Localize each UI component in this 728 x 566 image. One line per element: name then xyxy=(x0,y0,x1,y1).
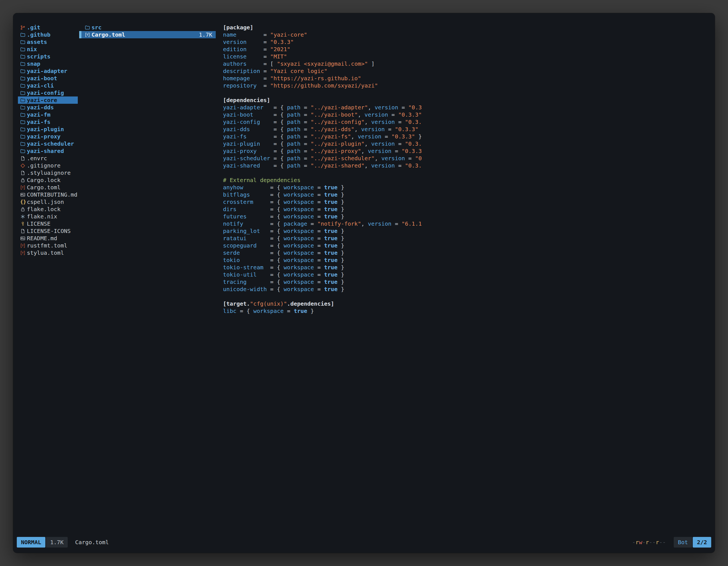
file-row-yazi-cli[interactable]: yazi-cli xyxy=(18,82,78,89)
file-row-yazi-config[interactable]: yazi-config xyxy=(18,89,78,97)
file-row-yazi-shared[interactable]: yazi-shared xyxy=(18,147,78,155)
file-name: CONTRIBUTING.md xyxy=(27,191,78,198)
toml-icon xyxy=(85,32,91,37)
file-name: flake.lock xyxy=(27,206,60,213)
file-name: yazi-proxy xyxy=(27,133,60,140)
folder-icon xyxy=(20,32,27,37)
file-name: yazi-cli xyxy=(27,82,54,89)
preview-line: yazi-shared = { path = "../yazi-shared",… xyxy=(223,162,710,169)
file-row-flake-lock[interactable]: flake.lock xyxy=(18,206,78,213)
file-row-license-icons[interactable]: LICENSE-ICONS xyxy=(18,227,78,235)
folder-icon xyxy=(20,47,27,52)
file-row-flake-nix[interactable]: flake.nix xyxy=(18,213,78,220)
status-left-cluster: NORMAL 1.7K Cargo.toml xyxy=(17,537,109,548)
file-name: yazi-shared xyxy=(27,147,64,155)
preview-line: yazi-config = { path = "../yazi-config",… xyxy=(223,118,710,126)
file-row-yazi-core[interactable]: yazi-core xyxy=(18,97,78,104)
preview-line: bitflags = { workspace = true } xyxy=(223,191,710,198)
toml-icon xyxy=(20,250,27,256)
file-size-badge: 1.7K xyxy=(46,537,68,548)
file-row-src[interactable]: src xyxy=(79,24,216,31)
folder-icon xyxy=(20,119,27,125)
file-name: .github xyxy=(27,31,50,38)
toml-icon xyxy=(20,185,27,190)
file-row--gitignore[interactable]: .gitignore xyxy=(18,162,78,169)
file-row--github[interactable]: .github xyxy=(18,31,78,38)
preview-line: yazi-plugin = { path = "../yazi-plugin",… xyxy=(223,140,710,147)
file-name: cspell.json xyxy=(27,198,64,206)
file-row-yazi-adapter[interactable]: yazi-adapter xyxy=(18,67,78,75)
current-pane[interactable]: srcCargo.toml1.7K xyxy=(79,24,216,38)
file-row-nix[interactable]: nix xyxy=(18,46,78,53)
preview-line: tokio = { workspace = true } xyxy=(223,257,710,264)
parent-pane[interactable]: .git.githubassetsnixscriptssnapyazi-adap… xyxy=(18,24,78,257)
preview-line: crossterm = { workspace = true } xyxy=(223,198,710,206)
file-row-yazi-plugin[interactable]: yazi-plugin xyxy=(18,126,78,133)
file-row-yazi-dds[interactable]: yazi-dds xyxy=(18,104,78,111)
folder-icon xyxy=(20,76,27,81)
file-row-cspell-json[interactable]: {}cspell.json xyxy=(18,198,78,206)
file-row--styluaignore[interactable]: .styluaignore xyxy=(18,169,78,177)
lock-icon xyxy=(20,207,27,212)
folder-icon xyxy=(20,54,27,59)
file-row-scripts[interactable]: scripts xyxy=(18,53,78,60)
file-row-rustfmt-toml[interactable]: rustfmt.toml xyxy=(18,242,78,249)
file-row-readme-md[interactable]: README.md xyxy=(18,235,78,242)
folder-icon xyxy=(20,127,27,132)
preview-line: yazi-proxy = { path = "../yazi-proxy", v… xyxy=(223,147,710,155)
status-right-cluster: -rw-r--r-- Bot 2/2 xyxy=(632,537,711,548)
preview-line xyxy=(223,89,710,97)
preview-line: [target."cfg(unix)".dependencies] xyxy=(223,300,710,307)
file-row-contributing-md[interactable]: CONTRIBUTING.md xyxy=(18,191,78,198)
file-row-cargo-toml[interactable]: Cargo.toml1.7K xyxy=(79,31,216,38)
md-icon xyxy=(20,236,27,241)
file-row-yazi-scheduler[interactable]: yazi-scheduler xyxy=(18,140,78,147)
file-row-yazi-fs[interactable]: yazi-fs xyxy=(18,118,78,126)
folder-icon xyxy=(20,83,27,88)
preview-pane[interactable]: [package]name = "yazi-core"version = "0.… xyxy=(223,24,710,533)
preview-line: ratatui = { workspace = true } xyxy=(223,235,710,242)
file-row--git[interactable]: .git xyxy=(18,24,78,31)
folder-icon xyxy=(20,90,27,96)
file-row-stylua-toml[interactable]: stylua.toml xyxy=(18,249,78,257)
preview-line: [dependencies] xyxy=(223,97,710,104)
file-name: yazi-dds xyxy=(27,104,54,111)
preview-line: homepage = "https://yazi-rs.github.io" xyxy=(223,75,710,82)
file-row--envrc[interactable]: .envrc xyxy=(18,155,78,162)
file-name: nix xyxy=(27,46,37,53)
file-name: flake.nix xyxy=(27,213,57,220)
file-row-snap[interactable]: snap xyxy=(18,60,78,67)
file-row-yazi-fm[interactable]: yazi-fm xyxy=(18,111,78,118)
key-icon xyxy=(20,221,27,227)
file-name: LICENSE-ICONS xyxy=(27,227,71,235)
file-name: yazi-config xyxy=(27,89,64,97)
file-name: yazi-fs xyxy=(27,118,50,126)
nix-icon xyxy=(20,214,27,219)
preview-line: yazi-adapter = { path = "../yazi-adapter… xyxy=(223,104,710,111)
file-name: yazi-scheduler xyxy=(27,140,74,147)
preview-line: [package] xyxy=(223,24,710,31)
file-row-yazi-boot[interactable]: yazi-boot xyxy=(18,75,78,82)
preview-line: anyhow = { workspace = true } xyxy=(223,184,710,191)
file-row-cargo-toml[interactable]: Cargo.toml xyxy=(18,184,78,191)
folder-icon xyxy=(20,141,27,147)
lock-icon xyxy=(20,178,27,183)
file-row-cargo-lock[interactable]: Cargo.lock xyxy=(18,177,78,184)
file-row-yazi-proxy[interactable]: yazi-proxy xyxy=(18,133,78,140)
preview-line: version = "0.3.3" xyxy=(223,38,710,46)
preview-line: # External dependencies xyxy=(223,177,710,184)
mode-indicator: NORMAL xyxy=(17,537,45,548)
file-name: rustfmt.toml xyxy=(27,242,67,249)
git-icon xyxy=(20,25,27,30)
preview-line: repository = "https://github.com/sxyazi/… xyxy=(223,82,710,89)
folder-icon xyxy=(20,105,27,110)
preview-line: name = "yazi-core" xyxy=(223,31,710,38)
preview-line: yazi-boot = { path = "../yazi-boot", ver… xyxy=(223,111,710,118)
hover-marker xyxy=(79,31,81,38)
cursor-counter-badge: 2/2 xyxy=(693,537,711,548)
preview-line: yazi-dds = { path = "../yazi-dds", versi… xyxy=(223,126,710,133)
file-row-license[interactable]: LICENSE xyxy=(18,220,78,227)
file-row-assets[interactable]: assets xyxy=(18,38,78,46)
file-name: .styluaignore xyxy=(27,169,71,177)
folder-icon xyxy=(20,112,27,118)
